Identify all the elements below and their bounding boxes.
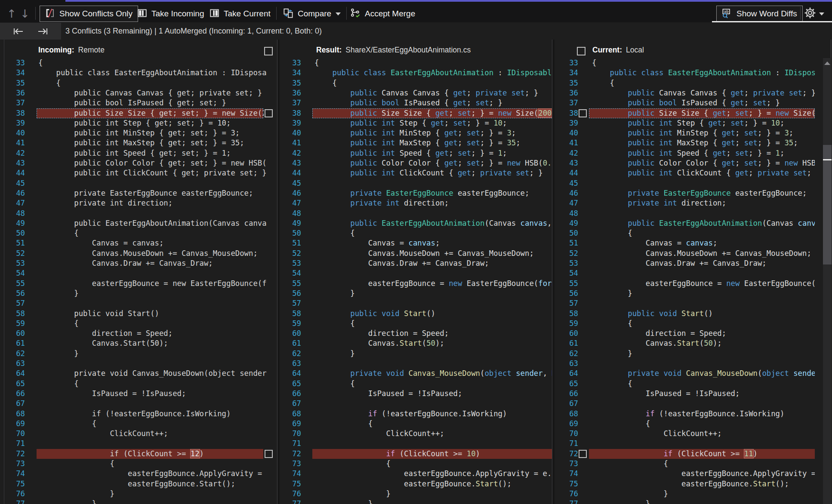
incoming-value: Remote: [78, 46, 105, 55]
code-line: 63: [0, 359, 277, 369]
conflict-checkbox[interactable]: [265, 450, 273, 458]
current-value: Local: [626, 46, 644, 55]
code-line: 44 public int ClickCount { get; private …: [555, 168, 815, 178]
code-text: if (!easterEggBounce.IsWorking): [592, 409, 784, 419]
line-number: 68: [555, 409, 578, 419]
current-checkbox[interactable]: [577, 47, 585, 55]
line-number: 42: [555, 148, 578, 158]
code-text: private EasterEggBounce easterEggBounce;: [592, 188, 807, 198]
conflict-checkbox[interactable]: [579, 109, 587, 117]
result-pane[interactable]: 33{34 public class EasterEggAboutAnimati…: [280, 58, 552, 504]
code-line: 69 {: [0, 419, 277, 429]
code-line: 42 public int Speed { get; set; } = 1;: [280, 148, 552, 159]
line-number: 64: [280, 369, 301, 378]
code-line: 50 {: [280, 228, 552, 239]
line-number: 63: [555, 359, 578, 369]
code-text: {: [38, 419, 267, 429]
code-line: 36 public Canvas Canvas { get; private s…: [555, 88, 815, 98]
show-conflicts-only-button[interactable]: Show Conflicts Only: [40, 6, 138, 22]
accept-merge-label: Accept Merge: [365, 9, 415, 18]
code-line: 74 easterEggBounce.ApplyGravity = e.Clic…: [555, 469, 815, 479]
code-line: 53 Canvas.Draw += Canvas_Draw;: [0, 258, 277, 269]
goto-first-conflict-button[interactable]: [11, 26, 27, 37]
take-current-button[interactable]: Take Current: [210, 6, 271, 22]
code-text: public class EasterEggAboutAnimation : I…: [38, 68, 267, 78]
line-number: 51: [555, 238, 578, 248]
code-line: 63: [555, 359, 815, 369]
line-number: 44: [555, 168, 578, 178]
code-text: public int Step { get; set; } = 10;: [38, 118, 267, 128]
pane-headers: Incoming: Remote Result: ShareX/EasterEg…: [0, 40, 832, 58]
code-text: public Canvas Canvas { get; private set;…: [38, 88, 267, 98]
code-line: 62 }: [280, 349, 552, 359]
line-number: 58: [555, 309, 578, 319]
code-line: 38 public Size Size { get; set; } = new …: [280, 108, 552, 119]
line-number: 60: [280, 329, 301, 338]
conflict-checkbox[interactable]: [579, 450, 587, 458]
incoming-checkbox[interactable]: [264, 47, 273, 55]
line-number: 38: [555, 108, 578, 118]
code-line: 69 {: [555, 419, 815, 429]
code-line: 62 }: [555, 349, 815, 359]
code-line: 70 ClickCount++;: [555, 429, 815, 439]
scrollbar-up-arrow[interactable]: [824, 61, 830, 65]
next-conflict-button[interactable]: ↓: [20, 6, 30, 22]
code-text: if (ClickCount >= 12): [38, 449, 264, 459]
line-number: 64: [555, 369, 578, 378]
vertical-scrollbar[interactable]: [823, 58, 832, 504]
code-line: 71: [280, 439, 552, 449]
code-line: 76 }: [555, 489, 815, 499]
line-number: 75: [555, 479, 578, 489]
code-line: 41 public int MaxStep { get; set; } = 35…: [0, 138, 277, 148]
code-line: 74 easterEggBounce.ApplyGravity = e.Clic…: [280, 469, 552, 479]
line-number: 39: [555, 118, 578, 128]
accept-merge-button[interactable]: Accept Merge: [350, 6, 415, 22]
code-line: 64 private void Canvas_MouseDown(object …: [280, 369, 552, 379]
code-line: 45: [555, 178, 815, 189]
code-line: 33{: [555, 58, 815, 68]
code-text: public int ClickCount { get; private set…: [592, 168, 815, 178]
down-arrow-icon: ↓: [20, 7, 30, 20]
line-number: 66: [555, 389, 578, 399]
line-number: 35: [280, 78, 301, 88]
current-pane[interactable]: 33{34 public class EasterEggAboutAnimati…: [555, 58, 815, 504]
code-line: 66 IsPaused = !IsPaused;: [555, 389, 815, 399]
line-number: 53: [280, 258, 301, 268]
code-line: 35 {: [280, 78, 552, 89]
code-line: 65 {: [280, 379, 552, 389]
line-number: 57: [280, 298, 301, 308]
code-line: 67: [0, 399, 277, 409]
take-incoming-label: Take Incoming: [151, 9, 204, 18]
line-number: 39: [280, 118, 301, 128]
line-number: 34: [555, 68, 578, 78]
code-line: 48: [555, 209, 815, 219]
line-number: 36: [555, 88, 578, 98]
code-line: 40 public int MinStep { get; set; } = 3;: [280, 128, 552, 138]
code-line: 68 if (!easterEggBounce.IsWorking): [280, 409, 552, 419]
code-line: 69 {: [280, 419, 552, 429]
line-number: 67: [555, 399, 578, 409]
line-number: 67: [280, 399, 301, 409]
take-incoming-button[interactable]: Take Incoming: [137, 6, 204, 22]
scrollbar-thumb[interactable]: [823, 145, 832, 264]
settings-button[interactable]: [804, 6, 824, 22]
merge-window: ↑ ↓ Show Conflicts Only Take Incoming Ta…: [0, 0, 832, 504]
compare-button[interactable]: Compare: [283, 6, 341, 22]
conflict-checkbox[interactable]: [265, 109, 273, 117]
code-line: 56 }: [280, 289, 552, 299]
code-text: private void Canvas_MouseDown(object sen…: [314, 369, 552, 378]
code-text: {: [314, 319, 355, 329]
incoming-pane[interactable]: 33{34 public class EasterEggAboutAnimati…: [0, 58, 277, 504]
code-text: public Color Color { get; set; } = new H…: [38, 158, 267, 168]
show-word-diffs-button[interactable]: ab Show Word Diffs: [716, 6, 803, 22]
code-text: easterEggBounce = new EasterEggBounce(fo…: [314, 279, 552, 289]
prev-conflict-button[interactable]: ↑: [7, 6, 16, 22]
code-line: 36 public Canvas Canvas { get; private s…: [280, 88, 552, 98]
code-text: {: [38, 228, 267, 238]
code-line: 70 ClickCount++;: [0, 429, 277, 439]
line-number: 72: [555, 449, 578, 459]
line-number: 55: [555, 279, 578, 289]
line-number: 57: [555, 298, 578, 308]
goto-last-conflict-button[interactable]: [35, 26, 51, 37]
code-text: Canvas.Start(50);: [592, 338, 722, 348]
